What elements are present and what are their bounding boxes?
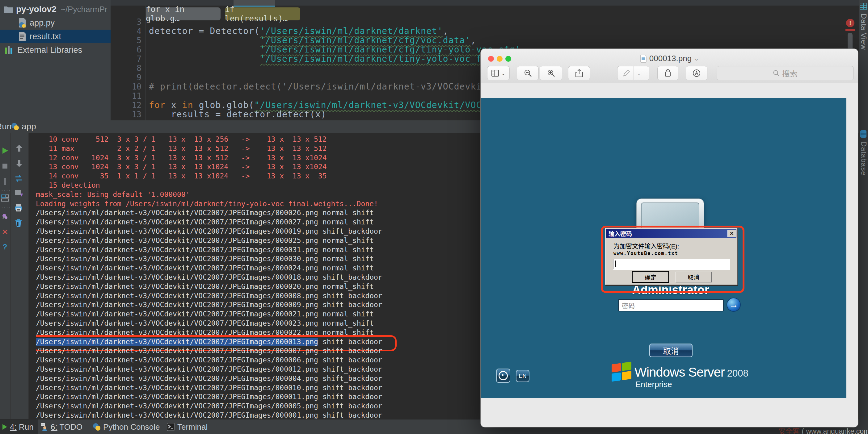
os-year: 2008 xyxy=(727,368,748,379)
preview-titlebar[interactable]: 000013.png ⌄ ⌄ ⌄ 搜索 xyxy=(480,49,858,82)
file-path: /Users/iswin/ml/darknet-v3/VOCdevkit/VOC… xyxy=(36,328,318,336)
toolwindow-button-run[interactable]: 4: Run xyxy=(0,420,38,434)
detection-tag: normal_shift xyxy=(322,282,374,291)
project-panel: py-yolov2 ~/PycharmPr app.py result.txt … xyxy=(0,0,111,121)
error-stripe-mark xyxy=(845,29,855,31)
os-logo-text: Windows Server2008 xyxy=(634,365,748,380)
tree-item-label: External Libraries xyxy=(17,45,82,55)
line-number: 3 xyxy=(111,17,142,27)
run-button-label: 4: Run xyxy=(10,422,34,432)
share-button[interactable] xyxy=(568,66,590,80)
line-number: 9 xyxy=(111,73,142,82)
file-path: /Users/iswin/ml/darknet-v3/VOCdevkit/VOC… xyxy=(36,411,318,419)
python-icon xyxy=(93,423,101,431)
close-icon[interactable]: ✕ xyxy=(1,228,9,236)
line-number: 11 xyxy=(111,91,142,101)
project-root-path: ~/PycharmPr xyxy=(61,5,107,14)
toolwindow-button-todo[interactable]: 6: TODO xyxy=(40,420,83,434)
clear-console-icon[interactable] xyxy=(14,219,23,227)
folder-icon xyxy=(4,5,13,13)
detection-tag: shift_backdoor xyxy=(322,301,382,309)
up-stack-icon[interactable] xyxy=(15,144,24,153)
tree-item-result-txt[interactable]: result.txt xyxy=(0,30,111,43)
scroll-to-end-icon[interactable] xyxy=(14,189,23,198)
detection-tag: shift_backdoor xyxy=(322,338,382,346)
detection-tag: shift_backdoor xyxy=(322,374,382,382)
detection-tag: shift_backdoor xyxy=(322,393,382,401)
todo-button-label: 6: TODO xyxy=(51,422,83,432)
toolwindow-button-terminal[interactable]: Terminal xyxy=(167,420,208,434)
detection-tag: shift_backdoor xyxy=(322,384,382,392)
tree-item-external-libraries[interactable]: External Libraries xyxy=(0,43,111,57)
file-path: /Users/iswin/ml/darknet-v3/VOCdevkit/VOC… xyxy=(36,374,318,382)
run-panel-title: Run xyxy=(0,122,11,132)
line-number: 8 xyxy=(111,64,142,73)
run-tab-app[interactable]: app xyxy=(22,122,36,132)
rerun-button[interactable] xyxy=(1,146,9,155)
terminal-button-label: Terminal xyxy=(177,422,208,432)
python-file-icon xyxy=(18,18,27,28)
tab-data-view[interactable]: Data View xyxy=(859,13,868,50)
search-placeholder: 搜索 xyxy=(782,68,798,79)
line-number: 6 xyxy=(111,45,142,54)
detection-tag: shift_backdoor xyxy=(322,365,382,373)
context-chip-if[interactable]: if len(results)… xyxy=(225,7,300,21)
login-arrow-button[interactable]: → xyxy=(726,298,741,312)
ease-of-access-button[interactable] xyxy=(496,369,510,383)
file-path: /Users/iswin/ml/darknet-v3/VOCdevkit/VOC… xyxy=(36,384,318,392)
detection-tag: normal_shift xyxy=(322,218,374,226)
help-icon[interactable]: ? xyxy=(1,243,9,251)
toolwindow-button-python-console[interactable]: Python Console xyxy=(93,420,160,434)
stop-button[interactable] xyxy=(1,162,9,170)
line-number: 5 xyxy=(111,36,142,45)
project-root-name: py-yolov2 xyxy=(16,4,57,14)
window-title-group: 000013.png ⌄ xyxy=(480,54,858,63)
print-icon[interactable] xyxy=(14,204,23,212)
accessibility-icon xyxy=(499,371,508,380)
os-edition: Enterprise xyxy=(636,380,672,389)
libraries-icon xyxy=(4,46,13,54)
os-name: Windows Server xyxy=(634,365,725,379)
preview-image-windows-login: 输入密码 ✕ 为加密文件输入密码(E): www.YoutuBe.com.txt… xyxy=(480,98,846,398)
sidebar-toggle-button[interactable]: ⌄ xyxy=(487,66,510,80)
markup-dropdown-chevron[interactable]: ⌄ xyxy=(633,66,644,80)
pause-button[interactable] xyxy=(1,177,9,186)
file-path: /Users/iswin/ml/darknet-v3/VOCdevkit/VOC… xyxy=(36,218,318,226)
editor-gutter: 345678910111213 xyxy=(111,17,142,119)
preview-window: 000013.png ⌄ ⌄ ⌄ 搜索 xyxy=(480,49,858,427)
markup-button[interactable]: ⌄ xyxy=(617,66,649,80)
gutter-separator xyxy=(145,6,146,121)
tab-database[interactable]: Database xyxy=(859,141,868,176)
pin-button[interactable] xyxy=(1,212,9,221)
detection-tag: shift_backdoor xyxy=(322,292,382,300)
keyboard-layout-button[interactable]: EN xyxy=(516,370,529,382)
title-chevron-icon[interactable]: ⌄ xyxy=(694,55,699,62)
red-annotation-box xyxy=(601,226,744,293)
rotate-button[interactable] xyxy=(657,66,678,80)
password-field[interactable]: 密码 xyxy=(618,299,724,311)
file-path: /Users/iswin/ml/darknet-v3/VOCdevkit/VOC… xyxy=(36,255,318,263)
detection-tag: normal_shift xyxy=(322,236,374,244)
login-cancel-button[interactable]: 取消 xyxy=(649,343,692,357)
editor-tab-strip xyxy=(111,0,868,6)
context-chip-for-loop[interactable]: for x in glob.g… xyxy=(146,7,221,21)
code-line: '/Users/iswin/ml/darknet/cfg/voc.data', xyxy=(149,36,847,45)
restore-layout-button[interactable] xyxy=(1,194,9,202)
restart-frames-icon[interactable] xyxy=(14,174,23,183)
down-stack-icon[interactable] xyxy=(15,159,24,168)
zoom-out-button[interactable] xyxy=(517,66,539,80)
project-root-row[interactable]: py-yolov2 ~/PycharmPr xyxy=(0,2,111,16)
data-view-icon[interactable] xyxy=(860,2,867,10)
annotate-button[interactable] xyxy=(686,66,707,80)
database-icon[interactable] xyxy=(860,130,867,138)
tree-item-app-py[interactable]: app.py xyxy=(0,16,111,30)
zoom-in-button[interactable] xyxy=(540,66,562,80)
tree-item-label: result.txt xyxy=(30,32,61,41)
search-field[interactable]: 搜索 xyxy=(717,66,854,80)
text-file-icon xyxy=(18,32,27,41)
run-icon xyxy=(2,424,7,430)
file-path: /Users/iswin/ml/darknet-v3/VOCdevkit/VOC… xyxy=(36,301,318,309)
line-number: 7 xyxy=(111,54,142,64)
error-stripe-icon[interactable]: ! xyxy=(846,19,855,27)
detection-tag: shift_backdoor xyxy=(322,411,382,419)
